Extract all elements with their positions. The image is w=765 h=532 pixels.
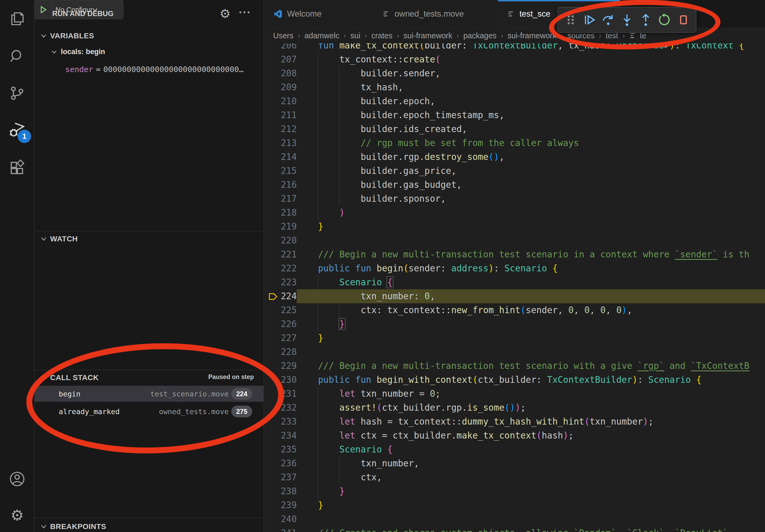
code-line-215[interactable]: 215 builder.gas_price, [264, 164, 765, 178]
code-line-224[interactable]: 224 txn_number: 0, [264, 289, 765, 303]
code-line-223[interactable]: 223 Scenario { [264, 275, 765, 289]
line-content: ) [297, 207, 345, 218]
line-number: 237 [264, 470, 297, 484]
breadcrumb-item[interactable]: crates [371, 31, 392, 40]
variables-scope-row[interactable]: locals: begin [51, 48, 105, 56]
variable-row[interactable]: sender=00000000000000000000000000000… [65, 65, 244, 74]
line-number: 236 [264, 456, 297, 470]
code-line-225[interactable]: 225 ctx: tx_context::new_from_hint(sende… [264, 303, 765, 317]
code-line-227[interactable]: 227 } [264, 331, 765, 345]
line-content: builder.rgp.destroy_some(), [297, 151, 504, 162]
breadcrumb-item[interactable]: Users [273, 31, 294, 40]
code-line-207[interactable]: 207 tx_context::create( [264, 53, 765, 67]
vscode-logo-icon [273, 9, 283, 19]
step-out-icon[interactable] [637, 10, 654, 29]
code-line-237[interactable]: 237 ctx, [264, 470, 765, 484]
section-call-stack[interactable]: CALL STACK [40, 372, 99, 383]
code-editor[interactable]: 206 fun make_tx_context(builder: TxConte… [264, 0, 765, 532]
breadcrumb-separator: › [360, 32, 371, 40]
code-line-212[interactable]: 212 builder.ids_created, [264, 122, 765, 136]
tab-owned_tests-move[interactable]: owned_tests.move [373, 0, 498, 28]
breadcrumb-item[interactable]: packages [463, 31, 496, 40]
code-line-229[interactable]: 229 /// Begin a new multi-transaction te… [264, 359, 765, 373]
code-line-222[interactable]: 222 public fun begin(sender: address): S… [264, 261, 765, 275]
code-line-210[interactable]: 210 builder.epoch, [264, 94, 765, 108]
code-line-236[interactable]: 236 txn_number, [264, 456, 765, 470]
toolbar-drag-handle-icon[interactable] [562, 10, 579, 29]
code-line-217[interactable]: 217 builder.sponsor, [264, 192, 765, 206]
code-line-241[interactable]: 241 /// Creates and shares system object… [264, 526, 765, 532]
line-number: 229 [264, 359, 297, 373]
section-breakpoints[interactable]: BREAKPOINTS [40, 521, 106, 532]
variable-name: sender [65, 65, 93, 74]
debug-settings-gear-icon[interactable]: ⚙ [220, 8, 231, 20]
code-line-218[interactable]: 218 ) [264, 206, 765, 220]
code-line-214[interactable]: 214 builder.rgp.destroy_some(), [264, 150, 765, 164]
line-number: 210 [264, 94, 297, 108]
continue-icon[interactable] [581, 10, 598, 29]
code-line-233[interactable]: 233 let hash = tx_context::dummy_tx_hash… [264, 415, 765, 428]
search-icon[interactable] [9, 48, 26, 65]
line-content: /// Creates and shares system objects, a… [297, 528, 728, 532]
breadcrumb-separator: › [294, 32, 305, 40]
frame-line-badge: 275 [231, 405, 252, 417]
code-line-231[interactable]: 231 let txn_number = 0; [264, 387, 765, 401]
code-line-220[interactable]: 220 [264, 234, 765, 247]
restart-icon[interactable] [656, 10, 673, 29]
line-content: /// Begin a new multi-transaction test s… [297, 249, 749, 260]
code-line-234[interactable]: 234 let ctx = ctx_builder.make_tx_contex… [264, 428, 765, 442]
explorer-icon[interactable] [9, 10, 26, 27]
tab-welcome[interactable]: Welcome [264, 0, 373, 28]
line-content: ctx, [297, 472, 382, 482]
code-line-230[interactable]: 230 public fun begin_with_context(ctx_bu… [264, 373, 765, 387]
code-line-209[interactable]: 209 tx_hash, [264, 80, 765, 94]
code-line-238[interactable]: 238 } [264, 484, 765, 498]
code-line-232[interactable]: 232 assert!(ctx_builder.rgp.is_some()); [264, 401, 765, 415]
source-control-icon[interactable] [9, 85, 26, 102]
breadcrumb-item[interactable]: sui-framework [403, 31, 452, 40]
code-line-239[interactable]: 239 } [264, 498, 765, 512]
editor-group: 206 fun make_tx_context(builder: TxConte… [264, 0, 765, 532]
line-number: 211 [264, 108, 297, 122]
line-number: 232 [264, 401, 297, 415]
code-line-211[interactable]: 211 builder.epoch_timestamp_ms, [264, 108, 765, 122]
line-content: builder.sender, [297, 68, 440, 79]
stop-icon[interactable] [675, 10, 692, 29]
callstack-frame-already_marked[interactable]: already_markedowned_tests.move275 [35, 403, 264, 419]
code-line-235[interactable]: 235 Scenario { [264, 442, 765, 456]
step-over-icon[interactable] [600, 10, 616, 29]
section-watch[interactable]: WATCH [40, 234, 78, 244]
line-number: 207 [264, 53, 297, 67]
callstack-frame-begin[interactable]: begintest_scenario.move224 [35, 386, 264, 402]
line-number: 217 [264, 192, 297, 206]
more-actions-icon[interactable]: ··· [239, 6, 251, 19]
code-line-208[interactable]: 208 builder.sender, [264, 67, 765, 80]
code-line-213[interactable]: 213 // rgp must be set from the caller a… [264, 136, 765, 150]
breadcrumb-item[interactable]: sui [350, 31, 360, 40]
account-icon[interactable] [9, 470, 26, 487]
line-number: 215 [264, 164, 297, 178]
code-line-221[interactable]: 221 /// Begin a new multi-transaction te… [264, 247, 765, 261]
frame-line-badge: 224 [231, 388, 252, 400]
code-line-216[interactable]: 216 builder.gas_budget, [264, 178, 765, 192]
code-line-228[interactable]: 228 [264, 345, 765, 359]
line-content: public fun begin(sender: address): Scena… [297, 263, 558, 274]
line-content: } [297, 319, 345, 329]
breadcrumb-item[interactable]: sui-framework [508, 31, 556, 40]
line-number: 226 [264, 317, 297, 331]
code-line-219[interactable]: 219 } [264, 220, 765, 234]
line-content: tx_context::create( [297, 54, 440, 65]
extensions-icon[interactable] [9, 159, 26, 176]
code-line-226[interactable]: 226 } [264, 317, 765, 331]
section-variables[interactable]: VARIABLES [40, 31, 94, 41]
start-debug-icon[interactable] [35, 0, 52, 19]
line-content: ctx: tx_context::new_from_hint(sender, 0… [297, 305, 632, 315]
step-into-icon[interactable] [619, 10, 635, 29]
settings-gear-icon[interactable]: ⚙ [9, 507, 26, 524]
breadcrumb-separator: › [452, 32, 463, 40]
code-line-240[interactable]: 240 [264, 512, 765, 526]
breadcrumb-item[interactable]: adamwelc [305, 31, 340, 40]
section-divider [35, 231, 264, 231]
activity-bar: 1 ⚙ [0, 0, 35, 532]
line-content: /// Begin a new multi-transaction test s… [297, 361, 749, 371]
